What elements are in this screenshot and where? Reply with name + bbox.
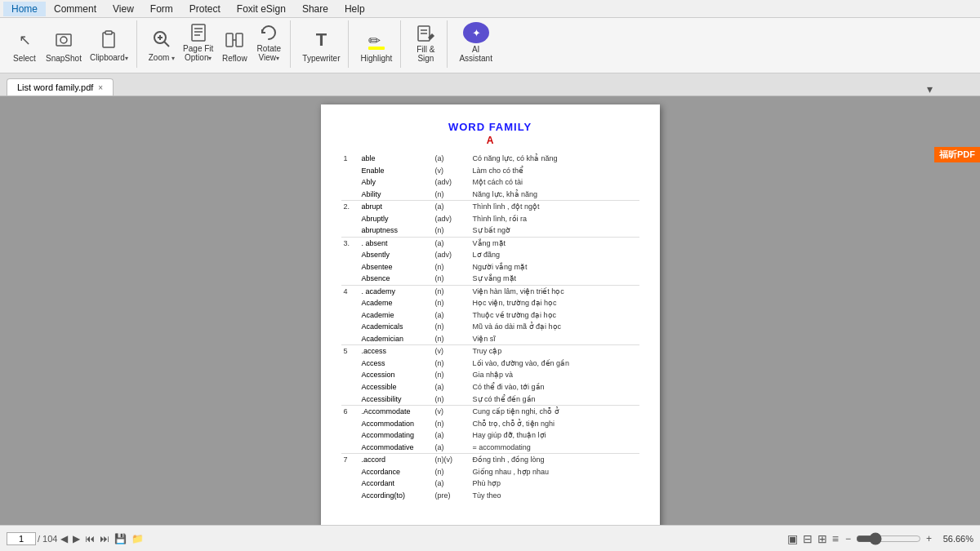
page-number-input[interactable]: [7, 532, 36, 545]
rotate-button[interactable]: RotateView▾: [252, 20, 285, 64]
zoom-slider[interactable]: [856, 532, 921, 545]
menu-item-comment[interactable]: Comment: [46, 2, 105, 16]
word-text: Absentee: [359, 261, 433, 273]
word-meaning: Chỗ trọ, chỗ ở, tiện nghi: [470, 417, 639, 429]
table-row: Enable(v)Làm cho có thể: [341, 165, 639, 177]
word-pos: (a): [433, 201, 470, 213]
word-pos: (a): [433, 429, 470, 442]
table-row: abruptness(n)Sự bất ngờ: [341, 224, 639, 237]
zoom-in-button[interactable]: +: [924, 531, 933, 546]
pdf-tab[interactable]: List word family.pdf ×: [7, 78, 114, 96]
last-page-button[interactable]: ⏭: [98, 531, 111, 546]
word-pos: (n): [433, 273, 470, 285]
word-pos: (adv): [433, 213, 470, 225]
clipboard-button[interactable]: Clipboard▾: [87, 20, 131, 64]
word-pos: (pre): [433, 489, 470, 501]
word-num: [341, 478, 359, 490]
menu-item-form[interactable]: Form: [142, 2, 181, 16]
word-text: Academie: [359, 309, 433, 322]
prev-page-button[interactable]: ◀: [59, 531, 69, 546]
word-text: Ably: [359, 176, 433, 189]
word-num: 3.: [341, 237, 359, 249]
word-pos: (n): [433, 369, 470, 381]
pagefit-icon: [186, 22, 211, 42]
word-text: Absence: [359, 273, 433, 285]
word-pos: (a): [433, 309, 470, 322]
svg-rect-12: [226, 33, 233, 47]
tab-label: List word family.pdf: [17, 82, 93, 92]
word-num: [341, 189, 359, 201]
word-pos: (n): [433, 285, 470, 297]
table-row: Ability(n)Năng lực, khả năng: [341, 189, 639, 201]
table-row: 2.abrupt(a)Thình lình , đột ngột: [341, 201, 639, 213]
view-double-icon[interactable]: ⊞: [817, 532, 827, 545]
word-meaning: Cung cấp tiện nghi, chỗ ở: [470, 405, 639, 417]
zoom-button[interactable]: Zoom ▾: [145, 20, 178, 64]
ai-assistant-button[interactable]: ✦ AIAssistant: [456, 20, 496, 64]
next-page-button[interactable]: ▶: [71, 531, 82, 546]
tab-close-button[interactable]: ×: [98, 83, 103, 92]
table-row: Academie(a)Thuộc về trường đại học: [341, 309, 639, 322]
word-pos: (a): [433, 441, 470, 453]
main-content-area: WORD FAMILY A 1able(a)Có năng lực, có kh…: [0, 96, 980, 525]
reflow-button[interactable]: Reflow: [218, 20, 251, 64]
word-text: Accommodation: [359, 417, 433, 429]
table-row: Academician(n)Viện sĩ: [341, 333, 639, 345]
first-page-button[interactable]: ⏮: [83, 531, 96, 546]
table-row: Accommodation(n)Chỗ trọ, chỗ ở, tiện ngh…: [341, 417, 639, 429]
word-pos: (n): [433, 321, 470, 333]
word-meaning: Truy cập: [470, 345, 639, 358]
view-continuous-icon[interactable]: ⊟: [803, 532, 813, 545]
menu-item-help[interactable]: Help: [336, 2, 373, 16]
word-meaning: Phù hợp: [470, 478, 639, 490]
save-as-button-status[interactable]: 📁: [130, 531, 145, 546]
word-num: 4: [341, 285, 359, 297]
menu-item-view[interactable]: View: [105, 2, 142, 16]
word-meaning: Thình lình, rồi ra: [470, 213, 639, 225]
word-pos: (n): [433, 417, 470, 429]
word-text: . absent: [359, 237, 433, 249]
word-pos: (n): [433, 224, 470, 237]
word-text: able: [359, 153, 433, 165]
view-scroll-icon[interactable]: ≡: [832, 532, 839, 545]
ai-icon: ✦: [463, 22, 489, 43]
zoom-out-button[interactable]: −: [844, 531, 853, 546]
tab-dropdown-button[interactable]: ▾: [927, 82, 933, 96]
zoom-percent-label: 56.66%: [937, 534, 973, 544]
word-num: 1: [341, 153, 359, 165]
word-text: Accessibility: [359, 393, 433, 405]
word-text: Academicals: [359, 321, 433, 333]
svg-rect-3: [105, 31, 112, 34]
menu-item-share[interactable]: Share: [294, 2, 336, 16]
word-text: Accommodating: [359, 429, 433, 442]
svg-line-5: [164, 42, 169, 47]
word-text: Accommodative: [359, 441, 433, 453]
word-num: [341, 165, 359, 177]
select-button[interactable]: ↖ Select: [8, 20, 41, 64]
word-text: . academy: [359, 285, 433, 297]
menu-item-foxit-esign[interactable]: Foxit eSign: [229, 2, 294, 16]
menu-item-protect[interactable]: Protect: [181, 2, 229, 16]
word-pos: (adv): [433, 176, 470, 189]
highlight-button[interactable]: ✏ Highlight: [357, 20, 395, 64]
word-meaning: Một cách có tài: [470, 176, 639, 189]
word-meaning: Tùy theo: [470, 489, 639, 501]
fillsign-button[interactable]: Fill &Sign: [409, 20, 442, 64]
word-num: 5: [341, 345, 359, 358]
menu-item-home[interactable]: Home: [3, 2, 46, 16]
toolbar: ↖ Select SnapShot: [0, 18, 980, 73]
save-button-status[interactable]: 💾: [113, 531, 128, 546]
svg-rect-8: [192, 24, 205, 41]
typewriter-icon: T: [309, 28, 333, 52]
snapshot-button[interactable]: SnapShot: [42, 20, 85, 64]
tool-group-selection: ↖ Select SnapShot: [3, 20, 137, 68]
word-pos: (a): [433, 478, 470, 490]
word-num: 7: [341, 453, 359, 465]
word-meaning: Mũ và áo dài mã ở đại học: [470, 321, 639, 333]
pagefit-button[interactable]: Page FitOption▾: [180, 20, 216, 64]
status-icons: ▣ ⊟ ⊞ ≡ − + 56.66%: [787, 531, 973, 546]
page-navigation: / 104 ◀ ▶ ⏮ ⏭ 💾 📁: [7, 531, 145, 546]
typewriter-button[interactable]: T Typewriter: [299, 20, 343, 64]
view-single-icon[interactable]: ▣: [787, 532, 798, 545]
pdf-page: WORD FAMILY A 1able(a)Có năng lực, có kh…: [321, 104, 660, 525]
